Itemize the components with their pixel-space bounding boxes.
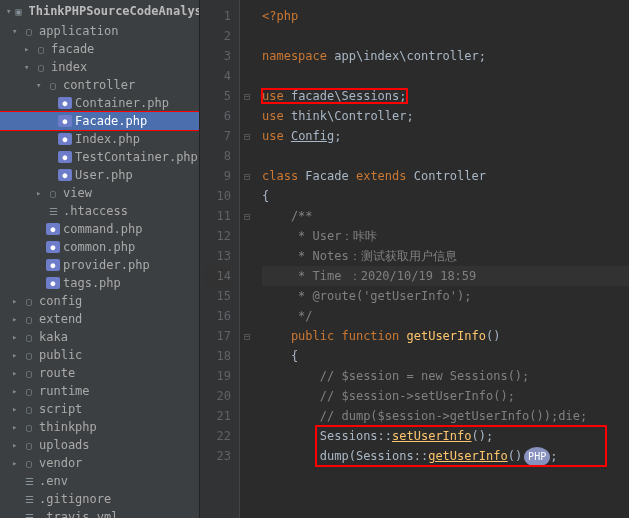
folder-public[interactable]: ▸▢public: [0, 346, 199, 364]
highlight-use-sessions: use facade\Sessions;: [262, 89, 407, 103]
file-index-php[interactable]: ●Index.php: [0, 130, 199, 148]
tree: ▾▢application ▸▢facade ▾▢index ▾▢control…: [0, 22, 199, 518]
file-travis[interactable]: ☰.travis.yml: [0, 508, 199, 518]
folder-index[interactable]: ▾▢index: [0, 58, 199, 76]
file-facade-php[interactable]: ●Facade.php: [0, 112, 199, 130]
line-gutter: 1234567891011121314151617181920212223: [200, 0, 240, 518]
folder-thinkphp[interactable]: ▸▢thinkphp: [0, 418, 199, 436]
fold-icon[interactable]: ⊟: [240, 166, 254, 186]
folder-script[interactable]: ▸▢script: [0, 400, 199, 418]
file-provider-php[interactable]: ●provider.php: [0, 256, 199, 274]
fold-icon[interactable]: ⊟: [240, 86, 254, 106]
file-user-php[interactable]: ●User.php: [0, 166, 199, 184]
folder-facade[interactable]: ▸▢facade: [0, 40, 199, 58]
project-tree-panel[interactable]: ▾ ▣ ThinkPHPSourceCodeAnalysis D:\phpstu…: [0, 0, 200, 518]
folder-view[interactable]: ▸▢view: [0, 184, 199, 202]
code-area[interactable]: <?php namespace app\index\controller; us…: [254, 0, 629, 518]
folder-application[interactable]: ▾▢application: [0, 22, 199, 40]
file-container-php[interactable]: ●Container.php: [0, 94, 199, 112]
folder-controller[interactable]: ▾▢controller: [0, 76, 199, 94]
file-common-php[interactable]: ●common.php: [0, 238, 199, 256]
folder-route[interactable]: ▸▢route: [0, 364, 199, 382]
php-logo-icon: PHP: [524, 447, 550, 467]
folder-extend[interactable]: ▸▢extend: [0, 310, 199, 328]
folder-kaka[interactable]: ▸▢kaka: [0, 328, 199, 346]
folder-uploads[interactable]: ▸▢uploads: [0, 436, 199, 454]
folder-vendor[interactable]: ▸▢vendor: [0, 454, 199, 472]
folder-config[interactable]: ▸▢config: [0, 292, 199, 310]
folder-runtime[interactable]: ▸▢runtime: [0, 382, 199, 400]
code-editor[interactable]: 1234567891011121314151617181920212223 ⊟⊟…: [200, 0, 629, 518]
fold-icon[interactable]: ⊟: [240, 326, 254, 346]
project-name: ThinkPHPSourceCodeAnalysis: [28, 4, 200, 18]
file-env[interactable]: ☰.env: [0, 472, 199, 490]
project-root[interactable]: ▾ ▣ ThinkPHPSourceCodeAnalysis D:\phpstu…: [0, 0, 199, 22]
chevron-down-icon: ▾: [6, 6, 11, 16]
file-testcontainer-php[interactable]: ●TestContainer.php: [0, 148, 199, 166]
file-gitignore[interactable]: ☰.gitignore: [0, 490, 199, 508]
fold-icon[interactable]: ⊟: [240, 126, 254, 146]
fold-icon[interactable]: ⊟: [240, 206, 254, 226]
file-command-php[interactable]: ●command.php: [0, 220, 199, 238]
project-icon: ▣: [15, 4, 21, 18]
file-htaccess[interactable]: ☰.htaccess: [0, 202, 199, 220]
fold-column[interactable]: ⊟⊟⊟⊟⊟: [240, 0, 254, 518]
file-tags-php[interactable]: ●tags.php: [0, 274, 199, 292]
